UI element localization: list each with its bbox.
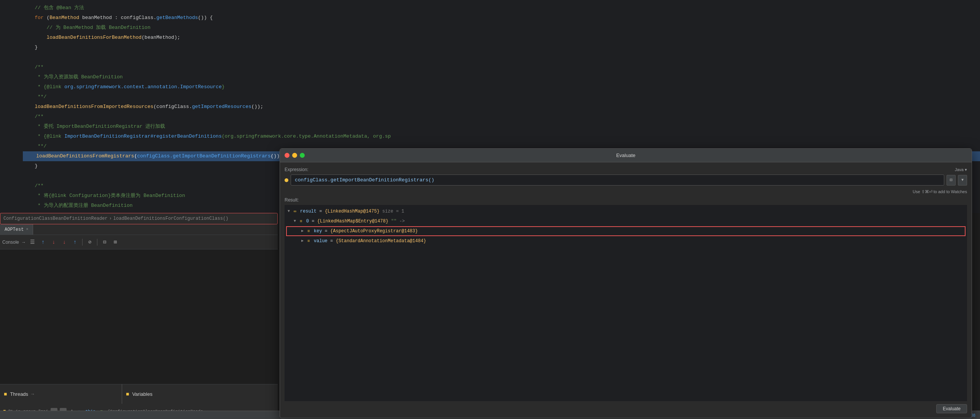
code-text: * 将{@link Configuration}类本身注册为 BeanDefin…: [23, 191, 185, 201]
maximize-traffic-light[interactable]: [300, 153, 305, 158]
console-toolbar: Console → ☰ ↑ ↓ ↓ ↑ ⊘ ⊟ ⊞: [0, 235, 278, 249]
result-type-0: {LinkedHashMap@1475}: [325, 206, 380, 216]
result-str-1: "": [388, 216, 397, 226]
code-text: for (BeanMethod beanMethod : configClass…: [23, 13, 213, 23]
code-text: /**: [23, 181, 44, 191]
result-label: Result:: [285, 197, 967, 203]
breadcrumb-method: loadBeanDefinitionsForConfigurationClass…: [113, 216, 228, 221]
result-row-key[interactable]: ▶ ≡ key = {AspectJAutoProxyRegistrar@148…: [286, 226, 966, 236]
tab-close-icon[interactable]: ×: [26, 227, 28, 232]
code-text: /**: [23, 62, 44, 72]
result-type-1: {LinkedHashMap$Entry@1478}: [317, 216, 388, 226]
tree-toggle-value: ▶: [301, 236, 307, 246]
expression-input[interactable]: [291, 175, 944, 186]
result-var-1: 0: [304, 216, 309, 226]
evaluate-button[interactable]: Evaluate: [936, 404, 967, 413]
code-line: /**: [23, 112, 980, 122]
result-var-0: result: [298, 206, 317, 216]
threads-icon: ■: [4, 391, 7, 397]
code-text: * {@link org.springframework.context.ann…: [23, 82, 225, 92]
add-watches-hint: Use ⇧⌘⏎ to add to Watches: [285, 189, 967, 194]
code-line: /**: [23, 62, 980, 72]
java-badge: Java ▾: [955, 167, 967, 172]
result-row-value[interactable]: ▶ ≡ value = {StandardAnnotationMetadata@…: [286, 236, 966, 246]
result-eq-1: =: [309, 216, 317, 226]
dropdown-button[interactable]: ▼: [958, 175, 967, 186]
table-button[interactable]: ⊟: [100, 238, 109, 246]
threads-bar: ■ Threads →: [0, 384, 122, 404]
console-arrow: →: [21, 240, 26, 245]
code-line: // 为 BeanMethod 加载 BeanDefinition: [23, 23, 980, 33]
list-view-button[interactable]: ☰: [28, 238, 37, 246]
result-eq-0: =: [317, 206, 325, 216]
close-traffic-light[interactable]: [285, 153, 290, 158]
result-row-1[interactable]: ▼ ≡ 0 = {LinkedHashMap$Entry@1478} "" ->: [286, 216, 966, 226]
code-line: loadBeanDefinitionsFromImportedResources…: [23, 102, 980, 112]
down-red-button[interactable]: ↓: [49, 238, 58, 246]
code-text: // 为 BeanMethod 加载 BeanDefinition: [23, 23, 150, 33]
code-text: }: [23, 161, 38, 171]
code-text: loadBeanDefinitionsFromImportedResources…: [23, 102, 263, 112]
breadcrumb-class: ConfigurationClassBeanDefinitionReader: [3, 216, 108, 221]
result-icon-0: ∞: [294, 206, 296, 216]
variables-bar: ■ Variables: [122, 384, 278, 404]
code-line: loadBeanDefinitionsForBeanMethod(beanMet…: [23, 33, 980, 43]
code-text: * 委托 ImportBeanDefinitionRegistrar 进行加载: [23, 122, 165, 132]
result-var-value: value: [311, 236, 328, 246]
dialog-body: Expression: Java ▾ ⊡ ▼ Use ⇧⌘⏎ to add to…: [280, 162, 972, 418]
expression-dot: [285, 178, 288, 182]
result-icon-key: ≡: [307, 226, 310, 236]
code-line: // 包含 @Bean 方法: [23, 3, 980, 13]
result-icon-1: ≡: [300, 216, 302, 226]
result-key-label: key: [311, 226, 322, 236]
code-line: * 为导入资源加载 BeanDefinition: [23, 72, 980, 82]
dialog-titlebar: Evaluate: [280, 149, 972, 162]
threads-label: Threads: [10, 391, 28, 397]
code-text: **/: [23, 141, 46, 151]
result-row-0[interactable]: ▼ ∞ result = {LinkedHashMap@1475} size =…: [286, 206, 966, 216]
evaluate-dialog: Evaluate Expression: Java ▾ ⊡ ▼ Use ⇧⌘⏎ …: [280, 148, 972, 418]
toolbar-separator: [82, 239, 83, 246]
code-text: // 包含 @Bean 方法: [23, 3, 84, 13]
result-type-value: {StandardAnnotationMetadata@1484}: [336, 236, 426, 246]
code-text: * 为导入的配置类注册 BeanDefinition: [23, 201, 133, 211]
console-label: Console: [2, 240, 19, 245]
code-line: }: [23, 43, 980, 52]
result-icon-value: ≡: [307, 236, 310, 246]
code-text: * 为导入资源加载 BeanDefinition: [23, 72, 123, 82]
tree-toggle-1: ▼: [294, 216, 300, 226]
result-arrow-1: ->: [396, 216, 405, 226]
result-meta-0: size = 1: [380, 206, 404, 216]
code-line: * 委托 ImportBeanDefinitionRegistrar 进行加载: [23, 122, 980, 132]
variables-icon: ■: [126, 391, 129, 397]
dialog-traffic-lights: [285, 153, 305, 158]
expression-input-row: ⊡ ▼: [285, 175, 967, 186]
up2-button[interactable]: ↑: [71, 238, 79, 246]
tab-bar: AOPTest ×: [0, 224, 278, 235]
settings-button[interactable]: ⊞: [111, 238, 119, 246]
dialog-title: Evaluate: [616, 152, 636, 158]
variables-label: Variables: [132, 391, 152, 397]
up-button[interactable]: ↑: [39, 238, 47, 246]
filter-button[interactable]: ⊘: [86, 238, 94, 246]
expand-button[interactable]: ⊡: [947, 175, 956, 186]
code-line: * {@link ImportBeanDefinitionRegistrar#r…: [23, 132, 980, 141]
result-type-key: {AspectJAutoProxyRegistrar@1483}: [330, 226, 418, 236]
code-text: /**: [23, 112, 44, 122]
code-line: * {@link org.springframework.context.ann…: [23, 82, 980, 92]
result-tree: ▼ ∞ result = {LinkedHashMap@1475} size =…: [285, 205, 967, 401]
aop-test-tab[interactable]: AOPTest ×: [0, 224, 33, 235]
code-line: **/: [23, 92, 980, 102]
code-line: [23, 52, 980, 62]
tree-toggle-key: ▶: [301, 226, 307, 236]
expression-label-row: Expression: Java ▾: [285, 167, 967, 172]
code-text: }: [23, 43, 38, 52]
minimize-traffic-light[interactable]: [292, 153, 297, 158]
down-red2-button[interactable]: ↓: [60, 238, 68, 246]
breadcrumb: ConfigurationClassBeanDefinitionReader ›…: [0, 213, 278, 224]
code-line: for (BeanMethod beanMethod : configClass…: [23, 13, 980, 23]
result-eq-value: =: [328, 236, 336, 246]
threads-arrow: →: [31, 392, 34, 397]
tree-toggle-0: ▼: [288, 206, 294, 216]
code-text: * {@link ImportBeanDefinitionRegistrar#r…: [23, 132, 391, 141]
